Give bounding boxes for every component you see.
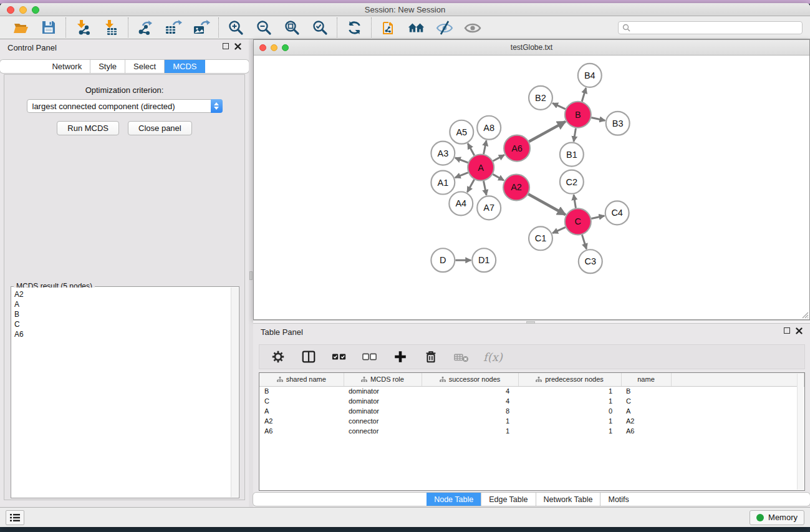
table-cell[interactable]: dominator (344, 386, 422, 396)
zoom-fit-icon[interactable] (283, 19, 301, 36)
table-row[interactable]: A2connector11A2 (259, 416, 804, 426)
table-row[interactable]: Adominator80A (259, 406, 804, 416)
criterion-dropdown[interactable]: largest connected component (directed) (27, 99, 223, 113)
column-header-MCDS-role[interactable]: MCDS role (344, 373, 422, 386)
table-cell[interactable]: A (259, 406, 344, 416)
table-cell[interactable]: 8 (422, 406, 518, 416)
vertical-splitter[interactable] (249, 39, 253, 507)
graph-edge-C-C4[interactable] (591, 216, 604, 219)
tab-edge-table[interactable]: Edge Table (481, 493, 536, 506)
first-neighbors-icon[interactable] (408, 19, 425, 36)
graph-edge-A-A5[interactable] (468, 143, 474, 155)
add-row-plus-icon[interactable] (392, 348, 409, 365)
tab-network[interactable]: Network (44, 60, 90, 73)
table-cell[interactable]: B (259, 386, 344, 396)
export-table-icon[interactable] (165, 19, 182, 36)
column-header-predecessor-nodes[interactable]: predecessor nodes (518, 373, 621, 386)
graph-edge-B-B2[interactable] (552, 103, 566, 109)
table-cell[interactable]: 1 (518, 426, 621, 436)
graph-edge-A-A1[interactable] (455, 173, 468, 178)
table-cell[interactable]: A2 (621, 416, 671, 426)
graph-edge-A-A6[interactable] (493, 155, 504, 161)
table-scrollbar[interactable] (797, 374, 804, 490)
delete-table-icon[interactable] (453, 348, 470, 365)
table-cell[interactable]: C (621, 396, 671, 406)
result-item[interactable]: A2 (12, 289, 231, 299)
graph-edge-A-A4[interactable] (467, 180, 474, 192)
task-history-button[interactable] (6, 510, 24, 525)
table-cell[interactable]: connector (344, 416, 422, 426)
zoom-window-button[interactable] (32, 6, 39, 14)
zoom-in-icon[interactable] (227, 19, 244, 36)
search-input[interactable] (633, 23, 798, 32)
table-cell[interactable]: 0 (518, 406, 621, 416)
graph-edge-B-B3[interactable] (591, 117, 605, 120)
tab-style[interactable]: Style (90, 60, 125, 73)
zoom-selected-icon[interactable] (311, 19, 329, 36)
table-cell[interactable]: A6 (259, 426, 344, 436)
result-list-scrollbar[interactable] (231, 288, 238, 497)
table-settings-gear-icon[interactable] (269, 348, 287, 365)
hide-selected-eye-icon[interactable] (436, 19, 453, 36)
graph-edge-A-A2[interactable] (493, 174, 504, 180)
result-item[interactable]: C (12, 319, 231, 329)
table-cell[interactable]: 1 (518, 396, 621, 406)
graph-edge-C-C3[interactable] (582, 235, 586, 249)
close-panel-icon[interactable] (234, 43, 241, 50)
graph-edge-C-C2[interactable] (574, 195, 576, 208)
tab-node-table[interactable]: Node Table (427, 493, 481, 506)
table-cell[interactable]: A (621, 406, 671, 416)
export-network-icon[interactable] (137, 19, 154, 36)
table-row[interactable]: Cdominator41C (259, 396, 804, 406)
table-row[interactable]: A6connector11A6 (259, 426, 804, 436)
table-cell[interactable]: 1 (422, 426, 518, 436)
result-item[interactable]: A6 (12, 329, 231, 339)
table-cell[interactable]: dominator (344, 406, 422, 416)
splitter-grip[interactable] (249, 271, 253, 280)
tab-mcds[interactable]: MCDS (165, 60, 205, 73)
column-header-successor-nodes[interactable]: successor nodes (422, 373, 518, 386)
refresh-view-icon[interactable] (345, 19, 363, 36)
table-cell[interactable]: 1 (518, 416, 621, 426)
mcds-result-list[interactable]: A2ABCA6 (12, 288, 231, 497)
column-header-name[interactable]: name (621, 373, 671, 386)
memory-button[interactable]: Memory (750, 510, 804, 525)
network-canvas[interactable]: B4B2BB3A8A5A6B1A3AC2A1A2A4A7C4CC1C3DD1 (254, 56, 809, 319)
network-minimize-button[interactable] (271, 44, 277, 51)
select-all-rows-icon[interactable] (330, 348, 348, 365)
column-header-shared-name[interactable]: shared name (259, 373, 344, 386)
graph-edge-B-B1[interactable] (574, 128, 576, 142)
deselect-all-rows-icon[interactable] (361, 348, 378, 365)
import-table-icon[interactable] (102, 19, 120, 36)
function-builder-icon[interactable]: f(x) (483, 351, 503, 364)
table-cell[interactable]: 1 (518, 386, 621, 396)
run-mcds-button[interactable]: Run MCDS (57, 121, 119, 135)
open-file-icon[interactable] (12, 19, 29, 36)
table-cell[interactable]: 4 (422, 386, 518, 396)
import-network-icon[interactable] (74, 19, 92, 36)
tab-network-table[interactable]: Network Table (536, 493, 601, 506)
delete-rows-trash-icon[interactable] (422, 348, 440, 365)
tab-motifs[interactable]: Motifs (600, 493, 636, 506)
graph-edge-A2-C[interactable] (528, 194, 566, 215)
table-cell[interactable]: C (259, 396, 344, 406)
export-image-icon[interactable] (193, 19, 210, 36)
graph-edge-A-A7[interactable] (483, 181, 486, 195)
graph-edge-C-C1[interactable] (552, 227, 566, 233)
search-field[interactable] (618, 21, 803, 34)
float-panel-icon[interactable] (784, 327, 790, 334)
table-cell[interactable]: A6 (621, 426, 671, 436)
table-cell[interactable]: 4 (422, 396, 518, 406)
float-panel-icon[interactable] (223, 43, 229, 49)
network-close-button[interactable] (259, 44, 266, 51)
column-layout-icon[interactable] (300, 348, 317, 365)
table-cell[interactable]: dominator (344, 396, 422, 406)
close-panel-icon[interactable] (796, 327, 803, 334)
graph-edge-A-A3[interactable] (455, 158, 468, 163)
minimize-window-button[interactable] (19, 6, 27, 14)
zoom-out-icon[interactable] (255, 19, 272, 36)
network-zoom-button[interactable] (282, 44, 289, 51)
table-row[interactable]: Bdominator41B (259, 386, 804, 396)
result-item[interactable]: B (12, 309, 231, 319)
new-network-from-selection-icon[interactable] (380, 19, 397, 36)
